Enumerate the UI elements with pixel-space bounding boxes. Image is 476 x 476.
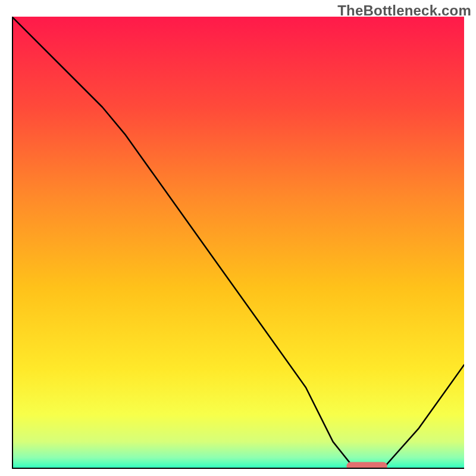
chart-container: TheBottleneck.com xyxy=(0,0,476,476)
chart-svg xyxy=(12,17,464,469)
plot-area xyxy=(12,17,464,469)
